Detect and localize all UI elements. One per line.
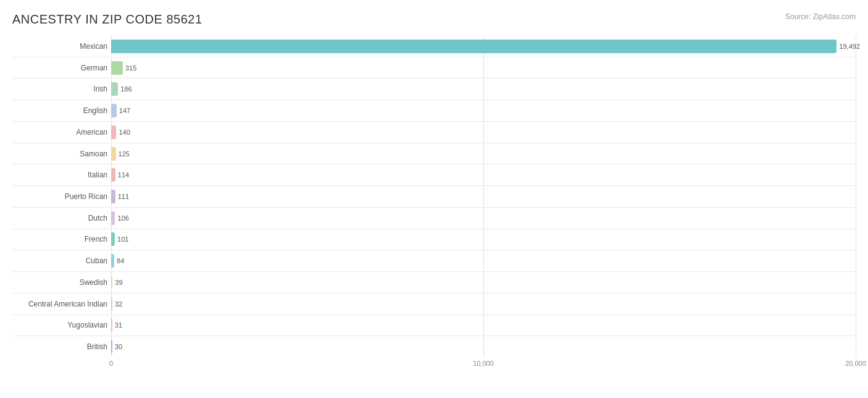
bar-label: Central American Indian: [12, 300, 111, 308]
chart-area: Mexican19,492German315Irish186English147…: [12, 36, 856, 360]
bar-track: 31: [111, 315, 856, 336]
bar-track: 140: [111, 122, 856, 143]
grid-line: [856, 315, 856, 336]
bar: 84: [111, 254, 114, 268]
bar-label: Puerto Rican: [12, 192, 111, 201]
bar-row: Cuban84: [12, 250, 856, 272]
bar-track: 84: [111, 250, 856, 271]
bar-row: Mexican19,492: [12, 36, 856, 57]
bar: 114: [111, 168, 115, 182]
bar-value-label: 19,492: [839, 43, 860, 50]
bar-row: Yugoslavian31: [12, 315, 856, 337]
grid-line: [483, 143, 484, 164]
bar-row: Dutch106: [12, 208, 856, 229]
grid-line: [856, 208, 856, 229]
bar-track: 30: [111, 336, 856, 357]
source-label: Source: ZipAtlas.com: [785, 12, 856, 21]
bar-value-label: 125: [119, 150, 130, 158]
grid-line: [856, 100, 856, 121]
bar: 30: [111, 340, 112, 354]
bar-value-label: 101: [117, 235, 128, 243]
grid-line: [856, 229, 856, 250]
grid-line: [856, 250, 856, 271]
grid-line: [483, 294, 484, 315]
bar-value-label: 30: [115, 343, 122, 350]
bar-label: Irish: [12, 85, 111, 93]
bar: 32: [111, 297, 112, 311]
chart-container: ANCESTRY IN ZIP CODE 85621 Source: ZipAt…: [0, 0, 868, 398]
bar: 111: [111, 190, 115, 203]
x-axis-label: 20,000: [845, 360, 866, 367]
grid-line: [856, 272, 856, 293]
bar: 125: [111, 147, 116, 161]
bar-row: Irish186: [12, 78, 856, 100]
grid-line: [483, 336, 484, 357]
bar: 147: [111, 104, 117, 117]
bar-track: 125: [111, 143, 856, 164]
bar-label: Samoan: [12, 150, 111, 158]
bar-track: 114: [111, 164, 856, 185]
bar-label: American: [12, 128, 111, 137]
grid-line: [856, 164, 856, 185]
bar-track: 32: [111, 294, 856, 315]
bar-label: Swedish: [12, 278, 111, 287]
bar-value-label: 31: [115, 321, 122, 329]
bar-track: 101: [111, 229, 856, 250]
bar-row: Puerto Rican111: [12, 186, 856, 208]
grid-line: [483, 250, 484, 271]
bar-row: Italian114: [12, 164, 856, 186]
chart-title: ANCESTRY IN ZIP CODE 85621: [12, 12, 856, 27]
bar-label: Cuban: [12, 256, 111, 265]
bar-row: Central American Indian32: [12, 294, 856, 315]
bar: 19,492: [111, 40, 837, 53]
bar-label: Yugoslavian: [12, 321, 111, 329]
bar: 140: [111, 125, 116, 139]
grid-line: [856, 122, 856, 143]
grid-line: [483, 272, 484, 293]
bar-track: 147: [111, 100, 856, 121]
bar-track: 39: [111, 272, 856, 293]
bar-label: French: [12, 235, 111, 243]
bar-value-label: 39: [115, 279, 122, 286]
grid-line: [856, 78, 856, 100]
bar: 315: [111, 61, 123, 75]
x-axis-label: 10,000: [473, 360, 494, 367]
grid-line: [483, 164, 484, 185]
bar: 39: [111, 276, 112, 289]
bar-value-label: 114: [118, 171, 129, 179]
grid-line: [856, 57, 856, 78]
grid-line: [483, 100, 484, 121]
grid-line: [483, 186, 484, 207]
bar-label: German: [12, 64, 111, 72]
grid-line: [856, 294, 856, 315]
grid-line: [856, 336, 856, 357]
bar-label: Italian: [12, 171, 111, 179]
bar-row: English147: [12, 100, 856, 122]
grid-line: [856, 143, 856, 164]
bar-value-label: 84: [117, 257, 124, 265]
grid-line: [483, 57, 484, 78]
bar-track: 19,492: [111, 36, 856, 57]
bar-label: Mexican: [12, 42, 111, 51]
grid-line: [483, 208, 484, 229]
grid-line: [856, 186, 856, 207]
bar-row: German315: [12, 57, 856, 79]
grid-line: [483, 229, 484, 250]
grid-line: [483, 122, 484, 143]
bar-value-label: 111: [118, 193, 129, 200]
bar-value-label: 315: [125, 64, 136, 72]
bars-section: Mexican19,492German315Irish186English147…: [12, 36, 856, 357]
bar-row: American140: [12, 122, 856, 143]
bar-value-label: 32: [115, 300, 122, 308]
bar: 31: [111, 318, 112, 332]
bar-value-label: 140: [119, 129, 130, 136]
bar: 106: [111, 211, 115, 225]
bar-row: British30: [12, 336, 856, 357]
bar-row: Samoan125: [12, 143, 856, 165]
bar-value-label: 186: [120, 85, 131, 93]
bar-row: French101: [12, 229, 856, 251]
bar-label: British: [12, 342, 111, 351]
grid-line: [483, 315, 484, 336]
bar-track: 186: [111, 78, 856, 100]
bar-label: Dutch: [12, 214, 111, 222]
